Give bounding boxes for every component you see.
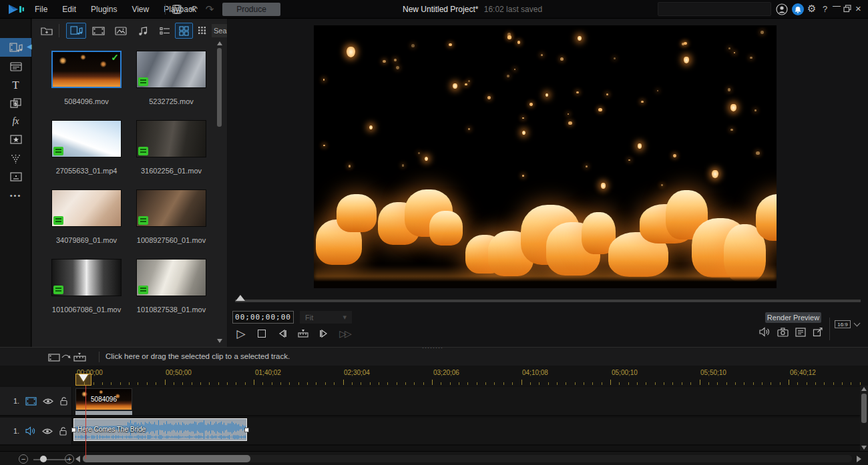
- rail-title-room[interactable]: T: [0, 76, 31, 95]
- collapse-rail-icon[interactable]: ◀: [27, 43, 32, 50]
- content-download-button[interactable]: [195, 23, 210, 39]
- rail-particle-room[interactable]: [0, 149, 31, 168]
- audio-track-lane[interactable]: Here Comes The Bride: [72, 418, 860, 444]
- filter-photo-button[interactable]: [112, 23, 130, 39]
- close-icon[interactable]: ×: [855, 3, 861, 14]
- track-visibility-eye-icon[interactable]: [43, 398, 53, 405]
- media-item[interactable]: 1008927560_01.mov: [136, 189, 206, 244]
- library-scrollbar[interactable]: [216, 41, 223, 343]
- ruler-tick: [361, 382, 361, 385]
- redo-icon[interactable]: ↷: [203, 3, 216, 15]
- playhead-line[interactable]: [85, 386, 86, 459]
- play-button[interactable]: ▷: [234, 327, 248, 340]
- track-visibility-eye-icon[interactable]: [42, 428, 53, 435]
- track-lock-icon[interactable]: [59, 396, 68, 406]
- list-view-button[interactable]: [156, 23, 174, 39]
- video-clip-audio-strip[interactable]: [75, 411, 132, 415]
- next-frame-button[interactable]: [317, 327, 331, 340]
- save-icon[interactable]: [170, 3, 184, 15]
- video-clip[interactable]: 5084096: [75, 388, 132, 410]
- stop-button[interactable]: [255, 327, 268, 340]
- settings-gear-icon[interactable]: ⚙: [807, 3, 816, 15]
- rail-more-rooms[interactable]: •••: [0, 186, 31, 205]
- media-thumbnail: [51, 259, 122, 296]
- preview-seekbar[interactable]: [235, 300, 861, 302]
- rail-intro-room[interactable]: [0, 57, 31, 76]
- zoom-slider-knob[interactable]: [40, 456, 47, 462]
- rail-overlay-room[interactable]: [0, 130, 31, 149]
- media-item[interactable]: 1010067086_01.mov: [51, 259, 122, 314]
- track-lock-icon[interactable]: [59, 426, 67, 436]
- zoom-out-button[interactable]: −: [19, 454, 28, 464]
- audio-track-icon: [25, 426, 36, 436]
- media-item[interactable]: 27055633_01.mp4: [51, 120, 122, 175]
- media-item[interactable]: 1010827538_01.mov: [136, 259, 206, 314]
- scroll-down-icon[interactable]: [217, 339, 222, 343]
- audio-clip[interactable]: Here Comes The Bride: [73, 418, 247, 441]
- filter-video-button[interactable]: [89, 23, 107, 39]
- panel-resize-handle[interactable]: ········: [422, 344, 443, 351]
- media-thumbnail: [136, 259, 206, 296]
- scrollbar-thumb[interactable]: [83, 455, 250, 462]
- scroll-down-icon[interactable]: [861, 446, 867, 450]
- rail-subtitle-room[interactable]: [0, 167, 31, 186]
- scrollbar-thumb[interactable]: [861, 394, 867, 423]
- filter-all-media-button[interactable]: [66, 23, 86, 39]
- video-track-lane[interactable]: 5084096: [72, 387, 860, 415]
- grid-view-button[interactable]: [175, 23, 193, 39]
- seek-marker-button[interactable]: [296, 327, 310, 340]
- rail-transition-room[interactable]: [0, 94, 31, 113]
- scroll-right-icon[interactable]: [857, 456, 861, 462]
- produce-button[interactable]: Produce: [222, 3, 280, 16]
- aspect-ratio-badge[interactable]: 16:9: [835, 320, 851, 328]
- menu-view[interactable]: View: [132, 5, 149, 14]
- media-item[interactable]: 31602256_01.mov: [136, 120, 206, 175]
- media-item[interactable]: 5232725.mov: [136, 51, 206, 105]
- menu-plugins[interactable]: Plugins: [91, 5, 117, 14]
- scroll-up-icon[interactable]: [861, 387, 867, 391]
- fx-icon: fx: [12, 116, 19, 127]
- scroll-left-icon[interactable]: [75, 456, 80, 462]
- zoom-fit-dropdown[interactable]: Fit ▾: [300, 311, 352, 324]
- seek-handle[interactable]: [236, 295, 245, 301]
- hint-text[interactable]: Click here or drag the selected clip to …: [105, 352, 290, 360]
- trim-handle-left[interactable]: [71, 428, 76, 432]
- playhead-marker[interactable]: [79, 374, 88, 382]
- timeline-horizontal-scrollbar[interactable]: [83, 455, 852, 462]
- timecode-display[interactable]: 00;00;00;00: [232, 311, 294, 324]
- render-preview-button[interactable]: Render Preview: [765, 312, 821, 323]
- scrollbar-thumb[interactable]: [217, 48, 222, 127]
- rail-effect-room[interactable]: fx: [0, 112, 31, 131]
- media-details-icon[interactable]: [795, 328, 806, 337]
- menu-edit[interactable]: Edit: [62, 5, 76, 14]
- timeline-vertical-scrollbar[interactable]: [860, 386, 868, 451]
- media-item[interactable]: 34079869_01.mov: [51, 189, 122, 244]
- ruler-tick: [325, 382, 326, 385]
- account-avatar-icon[interactable]: [776, 3, 788, 15]
- ruler-tick: [700, 380, 700, 385]
- undo-icon[interactable]: ↶: [187, 3, 200, 15]
- preview-separator: [829, 318, 830, 340]
- menu-file[interactable]: File: [35, 5, 47, 14]
- last-saved-text: 16:02 last saved: [484, 5, 542, 14]
- trim-handle-right[interactable]: [244, 428, 249, 432]
- minimize-icon[interactable]: —: [833, 1, 841, 11]
- mute-speaker-icon[interactable]: [759, 327, 771, 337]
- previous-frame-button[interactable]: [276, 327, 289, 340]
- fast-forward-button[interactable]: ▷▷: [338, 327, 351, 340]
- aspect-chevron-icon[interactable]: [854, 320, 861, 327]
- media-item[interactable]: ✓ 5084096.mov: [51, 51, 122, 105]
- help-icon[interactable]: ?: [823, 4, 827, 14]
- restore-window-icon[interactable]: [843, 5, 851, 13]
- undock-preview-icon[interactable]: [813, 327, 823, 337]
- snapshot-camera-icon[interactable]: [777, 328, 789, 337]
- timeline-zoom-slider[interactable]: [33, 459, 68, 460]
- zoom-in-button[interactable]: +: [65, 454, 74, 464]
- library-search-input[interactable]: Sea: [212, 24, 227, 37]
- scroll-up-icon[interactable]: [217, 41, 222, 45]
- titlebar-search-input[interactable]: [658, 2, 771, 16]
- notifications-bell-icon[interactable]: [792, 3, 804, 15]
- import-media-button[interactable]: [38, 23, 55, 39]
- filter-audio-button[interactable]: [134, 23, 152, 39]
- timeline-ruler[interactable]: 00;00;00 00;50;00 01;40;02 02;30;04 03;2…: [0, 366, 868, 386]
